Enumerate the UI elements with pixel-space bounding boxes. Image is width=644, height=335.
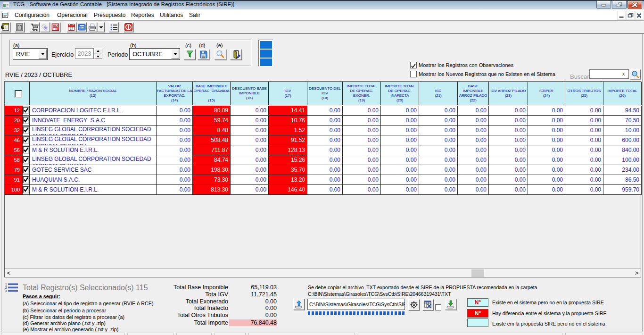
svg-text:2: 2 — [5, 286, 7, 289]
svg-text:3: 3 — [5, 289, 7, 293]
svg-text:17: 17 — [70, 27, 74, 30]
svg-text:1: 1 — [5, 283, 7, 286]
